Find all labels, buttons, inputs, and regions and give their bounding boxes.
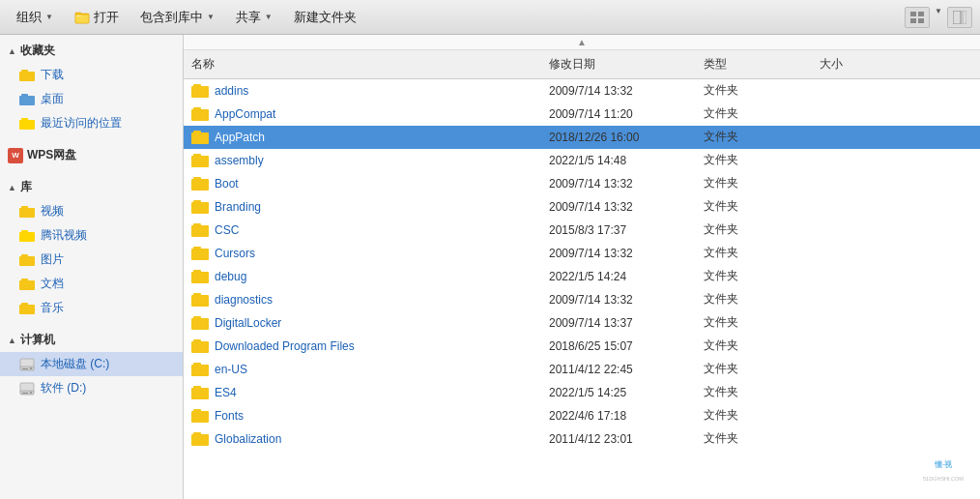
folder-icon xyxy=(191,270,209,283)
table-row[interactable]: Fonts 2022/4/6 17:18 文件夹 xyxy=(184,404,980,427)
tencent-video-folder-icon xyxy=(19,230,35,242)
table-row[interactable]: Cursors 2009/7/14 13:32 文件夹 xyxy=(184,242,980,265)
folder-icon xyxy=(191,293,209,307)
file-list: addins 2009/7/14 13:32 文件夹 AppCompat 200… xyxy=(184,79,980,499)
svg-rect-8 xyxy=(953,11,961,24)
wps-label: WPS网盘 xyxy=(27,147,76,163)
file-name: assembly xyxy=(215,154,264,167)
file-date: 2022/1/5 14:25 xyxy=(541,386,696,399)
table-row[interactable]: AppCompat 2009/7/14 11:20 文件夹 xyxy=(184,103,980,126)
organize-button[interactable]: 组织 ▼ xyxy=(8,5,62,30)
file-type: 文件夹 xyxy=(696,245,812,261)
new-folder-button[interactable]: 新建文件夹 xyxy=(285,5,365,30)
file-type: 文件夹 xyxy=(696,175,812,191)
file-type: 文件夹 xyxy=(696,129,812,145)
folder-icon xyxy=(191,131,209,144)
file-date: 2009/7/14 13:37 xyxy=(541,316,696,330)
sidebar-item-disk-d[interactable]: 软件 (D:) xyxy=(0,376,183,400)
table-row[interactable]: en-US 2011/4/12 22:45 文件夹 xyxy=(184,358,980,381)
svg-rect-5 xyxy=(918,12,924,16)
file-name: debug xyxy=(215,270,246,283)
svg-rect-9 xyxy=(963,11,966,24)
svg-point-16 xyxy=(30,392,32,394)
include-library-label: 包含到库中 xyxy=(140,9,203,26)
svg-rect-3 xyxy=(76,15,81,16)
table-row[interactable]: CSC 2015/8/3 17:37 文件夹 xyxy=(184,219,980,242)
local-disk-icon xyxy=(19,358,35,371)
favorites-title: ▲ 收藏夹 xyxy=(0,39,183,63)
file-date: 2009/7/14 11:20 xyxy=(541,107,696,121)
svg-rect-13 xyxy=(22,368,28,369)
col-header-name[interactable]: 名称 xyxy=(184,54,541,74)
music-folder-icon xyxy=(19,303,35,314)
disk-d-label: 软件 (D:) xyxy=(41,380,86,396)
sidebar-item-images[interactable]: 图片 xyxy=(0,248,183,272)
file-date: 2009/7/14 13:32 xyxy=(541,177,696,191)
svg-rect-6 xyxy=(910,18,916,23)
view-toggle-button[interactable] xyxy=(905,7,930,28)
folder-icon xyxy=(191,177,209,191)
wps-title[interactable]: W WPS网盘 xyxy=(0,143,183,167)
col-header-type[interactable]: 类型 xyxy=(696,54,812,74)
file-name: AppCompat xyxy=(215,107,275,121)
sidebar-item-tencent-video[interactable]: 腾讯视频 xyxy=(0,223,183,248)
sidebar-item-desktop[interactable]: 桌面 xyxy=(0,87,183,111)
file-type: 文件夹 xyxy=(696,105,812,122)
library-collapse-arrow[interactable]: ▲ xyxy=(8,183,16,192)
file-name: AppPatch xyxy=(215,131,265,144)
computer-collapse-arrow[interactable]: ▲ xyxy=(8,336,16,345)
sidebar-item-docs[interactable]: 文档 xyxy=(0,272,183,296)
folder-icon xyxy=(191,316,209,330)
table-row[interactable]: addins 2009/7/14 13:32 文件夹 xyxy=(184,79,980,103)
file-type: 文件夹 xyxy=(696,221,812,238)
music-label: 音乐 xyxy=(41,300,64,316)
table-row[interactable]: Boot 2009/7/14 13:32 文件夹 xyxy=(184,172,980,195)
folder-icon xyxy=(191,432,209,446)
table-row[interactable]: Globalization 2011/4/12 23:01 文件夹 xyxy=(184,427,980,451)
sidebar-item-video[interactable]: 视频 xyxy=(0,199,183,223)
tencent-video-label: 腾讯视频 xyxy=(41,227,87,244)
preview-button[interactable] xyxy=(947,7,972,28)
table-row[interactable]: Downloaded Program Files 2018/6/25 15:07… xyxy=(184,335,980,358)
include-library-chevron: ▼ xyxy=(207,13,215,21)
file-name: DigitalLocker xyxy=(215,316,281,330)
table-row[interactable]: DigitalLocker 2009/7/14 13:37 文件夹 xyxy=(184,311,980,335)
file-date: 2011/4/12 23:01 xyxy=(541,432,696,446)
sidebar-item-downloads[interactable]: 下载 xyxy=(0,63,183,87)
folder-icon xyxy=(191,200,209,214)
favorites-collapse-arrow[interactable]: ▲ xyxy=(8,46,16,56)
file-name: Fonts xyxy=(215,409,244,423)
file-type: 文件夹 xyxy=(696,361,812,377)
sidebar: ▲ 收藏夹 下载 桌面 最近访问的位置 W WPS网盘 xyxy=(0,35,184,499)
table-row[interactable]: assembly 2022/1/5 14:48 文件夹 xyxy=(184,149,980,172)
table-row[interactable]: ES4 2022/1/5 14:25 文件夹 xyxy=(184,381,980,404)
video-label: 视频 xyxy=(41,203,64,220)
desktop-label: 桌面 xyxy=(41,91,64,107)
svg-point-12 xyxy=(30,367,32,369)
downloads-folder-icon xyxy=(19,70,35,81)
file-name: Cursors xyxy=(215,247,255,260)
table-row[interactable]: diagnostics 2009/7/14 13:32 文件夹 xyxy=(184,288,980,311)
sidebar-item-local-disk[interactable]: 本地磁盘 (C:) xyxy=(0,352,183,376)
computer-title: ▲ 计算机 xyxy=(0,328,183,352)
col-header-date[interactable]: 修改日期 xyxy=(541,54,696,74)
sidebar-item-recent[interactable]: 最近访问的位置 xyxy=(0,111,183,135)
table-row[interactable]: AppPatch 2018/12/26 16:00 文件夹 xyxy=(184,126,980,149)
col-header-size[interactable]: 大小 xyxy=(812,54,908,74)
file-type: 文件夹 xyxy=(696,198,812,215)
organize-chevron: ▼ xyxy=(45,13,53,21)
folder-icon xyxy=(191,386,209,399)
share-button[interactable]: 共享 ▼ xyxy=(227,5,281,30)
file-name: Branding xyxy=(215,200,261,214)
wps-section: W WPS网盘 xyxy=(0,143,183,167)
favorites-section-label: 收藏夹 xyxy=(20,43,55,59)
file-type: 文件夹 xyxy=(696,314,812,331)
table-row[interactable]: debug 2022/1/5 14:24 文件夹 xyxy=(184,265,980,288)
sidebar-item-music[interactable]: 音乐 xyxy=(0,296,183,320)
wps-icon: W xyxy=(8,148,23,163)
file-date: 2009/7/14 13:32 xyxy=(541,84,696,98)
table-row[interactable]: Branding 2009/7/14 13:32 文件夹 xyxy=(184,195,980,219)
open-button[interactable]: 打开 xyxy=(66,5,128,30)
include-library-button[interactable]: 包含到库中 ▼ xyxy=(131,5,223,30)
library-title: ▲ 库 xyxy=(0,175,183,199)
